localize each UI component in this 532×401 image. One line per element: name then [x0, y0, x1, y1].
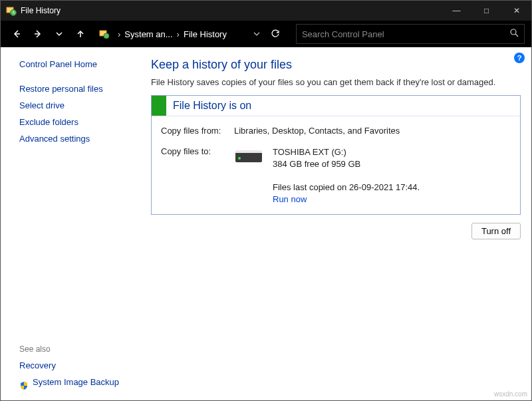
- control-panel-icon: [99, 29, 110, 39]
- sidebar-link-exclude[interactable]: Exclude folders: [19, 117, 130, 127]
- status-indicator: [152, 96, 166, 116]
- sidebar: Control Panel Home Restore personal file…: [1, 47, 134, 400]
- turn-off-button[interactable]: Turn off: [471, 223, 521, 239]
- close-button[interactable]: ✕: [501, 1, 531, 21]
- up-button[interactable]: [71, 25, 90, 43]
- status-body: Copy files from: Libraries, Desktop, Con…: [152, 116, 520, 214]
- main-content: ? Keep a history of your files File Hist…: [134, 47, 531, 400]
- status-text: File History is on: [166, 96, 258, 116]
- copy-from-row: Copy files from: Libraries, Desktop, Con…: [161, 126, 511, 136]
- refresh-button[interactable]: [265, 25, 285, 43]
- run-now-link[interactable]: Run now: [273, 194, 420, 205]
- arrow-up-icon: [76, 29, 85, 39]
- address-bar[interactable]: › System an... › File History: [96, 24, 263, 44]
- search-input[interactable]: [302, 29, 519, 39]
- window-title: File History: [21, 6, 61, 15]
- breadcrumb-dropdown[interactable]: [253, 29, 260, 39]
- status-box: File History is on Copy files from: Libr…: [151, 95, 521, 215]
- window: File History — □ ✕ › System an... ›: [0, 0, 532, 401]
- page-title: Keep a history of your files: [151, 58, 521, 72]
- breadcrumb-separator: ›: [177, 29, 180, 39]
- copy-from-label: Copy files from:: [161, 126, 234, 136]
- maximize-button[interactable]: □: [471, 1, 501, 21]
- content-body: Control Panel Home Restore personal file…: [1, 47, 531, 400]
- search-box[interactable]: [296, 24, 525, 44]
- back-button[interactable]: [7, 25, 26, 43]
- recent-locations-button[interactable]: [50, 25, 68, 43]
- titlebar: File History — □ ✕: [1, 1, 531, 21]
- sidebar-link-recovery[interactable]: Recovery: [19, 360, 130, 370]
- forward-button[interactable]: [29, 25, 47, 43]
- status-header: File History is on: [152, 96, 520, 116]
- shield-icon: [19, 381, 29, 390]
- search-icon: [510, 29, 519, 39]
- page-subtitle: File History saves copies of your files …: [151, 77, 521, 87]
- refresh-icon: [271, 29, 280, 39]
- breadcrumb-segment-current[interactable]: File History: [184, 29, 227, 39]
- sidebar-link-advanced[interactable]: Advanced settings: [19, 134, 130, 144]
- chevron-down-icon: [55, 30, 63, 38]
- copy-from-value: Libraries, Desktop, Contacts, and Favori…: [234, 126, 400, 136]
- watermark: wsxdn.com: [494, 390, 527, 398]
- see-also-label: See also: [19, 344, 130, 354]
- breadcrumb-separator: ›: [118, 29, 120, 39]
- svg-point-4: [511, 29, 516, 35]
- sidebar-link-image-backup[interactable]: System Image Backup: [33, 377, 119, 387]
- svg-rect-6: [235, 150, 262, 153]
- help-icon[interactable]: ?: [514, 53, 525, 63]
- drive-block: TOSHIBA EXT (G:) 384 GB free of 959 GB F…: [234, 146, 420, 205]
- svg-point-3: [104, 33, 109, 39]
- copy-to-row: Copy files to: TOSHIBA EXT (G:) 384 GB f…: [161, 146, 511, 205]
- breadcrumb-segment-system[interactable]: System an...: [124, 29, 172, 39]
- navigation-bar: › System an... › File History: [1, 21, 531, 47]
- drive-text: TOSHIBA EXT (G:) 384 GB free of 959 GB F…: [273, 146, 420, 205]
- drive-space: 384 GB free of 959 GB: [273, 158, 420, 170]
- drive-name: TOSHIBA EXT (G:): [273, 146, 420, 158]
- svg-point-7: [238, 157, 241, 160]
- arrow-right-icon: [33, 29, 43, 39]
- last-copied: Files last copied on 26-09-2021 17:44.: [273, 182, 420, 194]
- sidebar-link-restore[interactable]: Restore personal files: [19, 84, 130, 94]
- chevron-down-icon: [253, 31, 260, 37]
- sidebar-link-select-drive[interactable]: Select drive: [19, 100, 130, 110]
- window-controls: — □ ✕: [442, 1, 531, 21]
- sidebar-link-home[interactable]: Control Panel Home: [19, 59, 130, 69]
- minimize-button[interactable]: —: [442, 1, 471, 21]
- arrow-left-icon: [12, 29, 21, 39]
- external-drive-icon: [234, 146, 263, 166]
- file-history-icon: [6, 5, 17, 16]
- copy-to-label: Copy files to:: [161, 146, 234, 205]
